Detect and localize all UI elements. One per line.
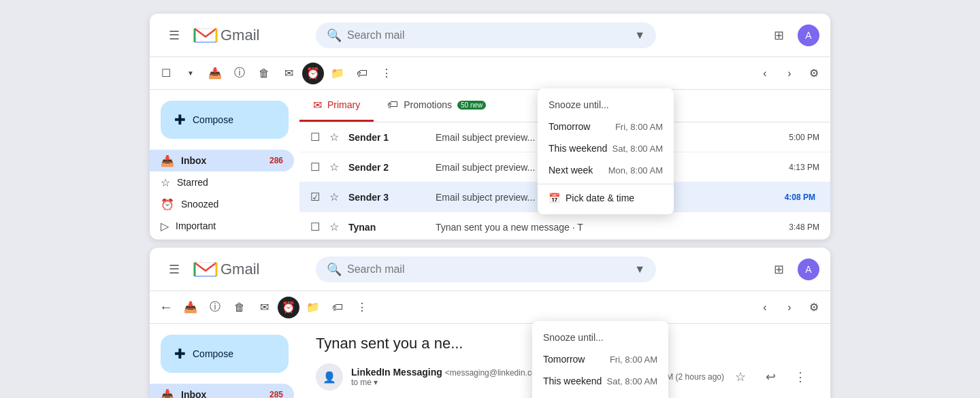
sidebar-item-inbox-1[interactable]: 📥 Inbox 286: [150, 150, 294, 171]
next-email-button-2[interactable]: ›: [779, 297, 800, 318]
search-input-2[interactable]: [347, 263, 629, 276]
snooze-tomorrow-label-1: Tomorrow: [549, 121, 590, 132]
prev-email-button-2[interactable]: ‹: [754, 297, 776, 318]
spam-button-1[interactable]: ⓘ: [229, 63, 250, 84]
more-options-button-1[interactable]: ⋮: [376, 63, 397, 84]
search-bar-2[interactable]: 🔍 ▼: [316, 256, 656, 282]
header-left-1: ☰ Gmail: [161, 22, 310, 49]
settings-button-1[interactable]: ⚙: [803, 63, 825, 84]
gmail-window-2: ☰ Gmail 🔍 ▼ ⊞ A ← 📥: [150, 248, 830, 398]
snooze-nextweek-time-1: Mon, 8:00 AM: [608, 165, 663, 176]
hamburger-menu-2[interactable]: ☰: [161, 256, 188, 283]
search-input-1[interactable]: [347, 29, 629, 42]
move-to-button-1[interactable]: 📁: [327, 63, 348, 84]
promotions-tab-icon-1: 🏷: [387, 99, 398, 111]
search-dropdown-icon-2[interactable]: ▼: [634, 263, 645, 276]
avatar-1[interactable]: A: [798, 24, 819, 46]
spam-button-2[interactable]: ⓘ: [204, 297, 226, 318]
compose-button-1[interactable]: ✚ Compose: [161, 101, 289, 139]
email-checkbox-2-1[interactable]: ☑: [310, 190, 324, 203]
header-left-2: ☰ Gmail: [161, 256, 310, 283]
email-time-2-1: 4:08 PM: [781, 191, 819, 203]
next-page-button-1[interactable]: ›: [779, 63, 800, 84]
delete-button-1[interactable]: 🗑: [253, 63, 275, 84]
header-right-1: ⊞ A: [765, 22, 819, 49]
snooze-weekend-time-2: Sat, 8:00 AM: [607, 376, 657, 386]
search-dropdown-icon-1[interactable]: ▼: [634, 29, 645, 42]
sidebar-2: ✚ Compose 📥 Inbox 285 ☆ Starred ⏰ Snooze…: [150, 324, 299, 398]
email-star-2-1[interactable]: ☆: [329, 190, 343, 203]
gmail-title-2: Gmail: [220, 261, 259, 278]
snooze-button-2[interactable]: ⏰: [278, 297, 299, 318]
email-star-1-1[interactable]: ☆: [329, 161, 343, 173]
important-icon-1: ▷: [161, 220, 169, 233]
archive-button-2[interactable]: 📥: [180, 297, 201, 318]
sidebar-item-starred-1[interactable]: ☆ Starred: [150, 171, 294, 193]
sidebar-item-inbox-2[interactable]: 📥 Inbox 285: [150, 384, 294, 398]
mark-unread-button-2[interactable]: ✉: [253, 297, 275, 318]
email-sender-3-1: Tynan: [348, 222, 430, 233]
labels-button-1[interactable]: 🏷: [351, 63, 373, 84]
snooze-nextweek-2[interactable]: Next week Mon, 8:00 AM: [532, 392, 668, 398]
compose-button-2[interactable]: ✚ Compose: [161, 335, 289, 373]
email-sender-0-1: Sender 1: [348, 132, 430, 143]
email-star-3-1[interactable]: ☆: [329, 220, 343, 233]
snooze-tomorrow-2[interactable]: Tomorrow Fri, 8:00 AM: [532, 348, 668, 370]
email-row-3-1[interactable]: ☐ ☆ Tynan Tynan sent you a new message ·…: [299, 212, 830, 239]
sidebar-item-sent-1[interactable]: ➤ Sent: [150, 237, 294, 239]
mark-unread-button-1[interactable]: ✉: [278, 63, 299, 84]
snooze-tomorrow-label-2: Tomorrow: [543, 354, 585, 365]
star-email-button-2[interactable]: ☆: [727, 363, 754, 391]
snooze-nextweek-1[interactable]: Next week Mon, 8:00 AM: [538, 159, 674, 181]
snooze-tomorrow-time-2: Fri, 8:00 AM: [610, 354, 657, 365]
nav-label-inbox-2: Inbox: [181, 389, 263, 398]
tab-promotions-1[interactable]: 🏷 Promotions 50 new: [374, 90, 500, 122]
settings-button-2[interactable]: ⚙: [803, 297, 825, 318]
reply-email-button-2[interactable]: ↩: [757, 363, 784, 391]
snooze-dropdown-1: Snooze until... Tomorrow Fri, 8:00 AM Th…: [538, 88, 674, 214]
apps-grid-button-1[interactable]: ⊞: [765, 22, 792, 49]
sidebar-item-important-1[interactable]: ▷ Important: [150, 215, 294, 237]
email-to-arrow-2[interactable]: ▾: [374, 378, 378, 387]
more-options-button-2[interactable]: ⋮: [351, 297, 373, 318]
sidebar-item-snoozed-1[interactable]: ⏰ Snoozed: [150, 193, 294, 215]
archive-button-1[interactable]: 📥: [204, 63, 226, 84]
snooze-nextweek-label-1: Next week: [549, 165, 593, 176]
tab-primary-1[interactable]: ✉ Primary: [299, 90, 374, 122]
prev-page-button-1[interactable]: ‹: [754, 63, 776, 84]
select-dropdown-1[interactable]: ▼: [180, 63, 201, 84]
starred-icon-1: ☆: [161, 176, 170, 189]
email-checkbox-1-1[interactable]: ☐: [310, 161, 324, 173]
snooze-tomorrow-1[interactable]: Tomorrow Fri, 8:00 AM: [538, 116, 674, 137]
email-star-0-1[interactable]: ☆: [329, 131, 343, 144]
delete-button-2[interactable]: 🗑: [229, 297, 250, 318]
snooze-button-1[interactable]: ⏰: [302, 63, 324, 84]
apps-grid-button-2[interactable]: ⊞: [765, 256, 792, 283]
more-email-button-2[interactable]: ⋮: [787, 363, 814, 391]
search-icon-2: 🔍: [327, 262, 342, 277]
hamburger-menu-1[interactable]: ☰: [161, 22, 188, 49]
snooze-weekend-1[interactable]: This weekend Sat, 8:00 AM: [538, 137, 674, 159]
move-to-button-2[interactable]: 📁: [302, 297, 324, 318]
email-checkbox-3-1[interactable]: ☐: [310, 220, 324, 233]
toolbar-nav-1: ‹ › ⚙: [754, 63, 825, 84]
select-checkbox-1[interactable]: ☐: [155, 63, 177, 84]
snooze-weekend-label-1: This weekend: [549, 143, 607, 154]
inbox-badge-1: 286: [270, 156, 283, 165]
inbox-icon-1: 📥: [161, 154, 174, 167]
snooze-weekend-2[interactable]: This weekend Sat, 8:00 AM: [532, 370, 668, 392]
header-2: ☰ Gmail 🔍 ▼ ⊞ A: [150, 248, 830, 291]
gmail-title-1: Gmail: [220, 27, 259, 44]
snooze-weekend-label-2: This weekend: [543, 376, 602, 386]
email-checkbox-0-1[interactable]: ☐: [310, 131, 324, 144]
labels-button-2[interactable]: 🏷: [327, 297, 348, 318]
primary-tab-label-1: Primary: [327, 99, 360, 110]
back-button-2[interactable]: ←: [155, 297, 177, 318]
gmail-logo-1: Gmail: [193, 23, 259, 48]
avatar-2[interactable]: A: [798, 259, 819, 280]
snoozed-icon-1: ⏰: [161, 198, 174, 211]
snooze-pick-datetime-1[interactable]: 📅 Pick date & time: [538, 187, 674, 209]
nav-label-important-1: Important: [176, 220, 283, 231]
search-bar-1[interactable]: 🔍 ▼: [316, 22, 656, 48]
email-time-3-1: 3:48 PM: [789, 222, 819, 232]
